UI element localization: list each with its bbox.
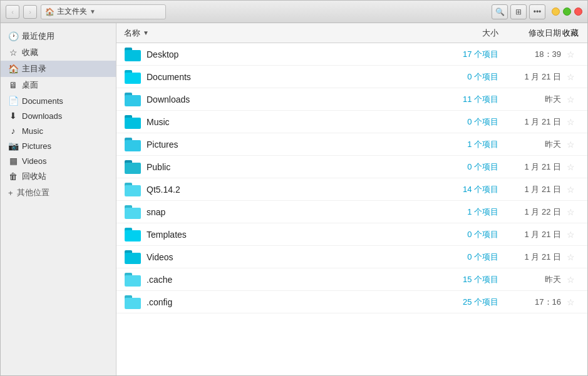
header-size[interactable]: 大小: [436, 28, 498, 39]
folder-icon-wrap: [124, 136, 142, 153]
folder-icon-wrap: [124, 293, 142, 311]
file-date: 18：39: [498, 49, 561, 60]
file-date: 1 月 21 日: [498, 184, 561, 195]
file-name: snap: [147, 207, 436, 217]
file-name: Templates: [147, 230, 436, 240]
file-date: 昨天: [498, 139, 561, 150]
favorite-button[interactable]: ☆: [561, 117, 580, 127]
folder-icon-wrap: [124, 248, 142, 266]
favorite-button[interactable]: ☆: [561, 297, 580, 307]
table-row[interactable]: Templates 0 个项目 1 月 21 日 ☆: [116, 223, 587, 246]
folder-icon: [125, 93, 141, 106]
sidebar-item-videos[interactable]: ▦ Videos: [1, 153, 116, 168]
table-row[interactable]: Documents 0 个项目 1 月 21 日 ☆: [116, 66, 587, 88]
sidebar-item-desktop-label: 桌面: [22, 79, 108, 91]
desktop-icon: 🖥: [8, 80, 18, 90]
sidebar-item-home[interactable]: 🏠 主目录: [1, 61, 116, 77]
sidebar-item-downloads[interactable]: ⬇ Downloads: [1, 108, 116, 123]
folder-icon-wrap: [124, 158, 142, 176]
table-row[interactable]: Pictures 1 个项目 昨天 ☆: [116, 133, 587, 156]
folder-icon: [125, 273, 141, 287]
file-name: Public: [147, 162, 436, 172]
sidebar-item-documents[interactable]: 📄 Documents: [1, 93, 116, 108]
breadcrumb[interactable]: 🏠 主文件夹 ▼: [41, 4, 166, 19]
home-icon: 🏠: [8, 64, 18, 74]
favorite-button[interactable]: ☆: [561, 275, 580, 285]
folder-icon: [125, 250, 141, 264]
table-row[interactable]: Downloads 11 个项目 昨天 ☆: [116, 88, 587, 111]
minimize-button[interactable]: [552, 8, 560, 16]
table-row[interactable]: snap 1 个项目 1 月 22 日 ☆: [116, 201, 587, 223]
sidebar-item-music[interactable]: ♪ Music: [1, 123, 116, 138]
favorite-button[interactable]: ☆: [561, 140, 580, 150]
favorite-button[interactable]: ☆: [561, 94, 580, 104]
view-toggle-button[interactable]: ⊞: [510, 4, 527, 19]
folder-icon: [125, 183, 141, 196]
file-name: .cache: [147, 275, 436, 285]
videos-icon: ▦: [8, 156, 18, 166]
favorite-button[interactable]: ☆: [561, 49, 580, 59]
favorite-button[interactable]: ☆: [561, 207, 580, 217]
chevron-down-icon: ▼: [90, 8, 96, 15]
table-row[interactable]: .config 25 个项目 17：16 ☆: [116, 291, 587, 313]
table-row[interactable]: Qt5.14.2 14 个项目 1 月 21 日 ☆: [116, 178, 587, 201]
sidebar-item-downloads-label: Downloads: [22, 111, 108, 121]
sidebar-item-videos-label: Videos: [22, 156, 108, 166]
file-name: Music: [147, 117, 436, 127]
sidebar-add-label: 其他位置: [17, 187, 49, 198]
back-button[interactable]: ‹: [6, 5, 19, 19]
file-size: 0 个项目: [436, 161, 498, 173]
file-size: 15 个项目: [436, 274, 498, 285]
favorite-button[interactable]: ☆: [561, 72, 580, 82]
header-name[interactable]: 名称 ▼: [124, 28, 436, 39]
table-row[interactable]: Videos 0 个项目 1 月 21 日 ☆: [116, 246, 587, 268]
forward-button[interactable]: ›: [23, 5, 37, 19]
folder-icon-wrap: [124, 113, 142, 131]
file-size: 17 个项目: [436, 49, 498, 60]
window-controls: [552, 8, 582, 16]
sidebar-item-trash[interactable]: 🗑 回收站: [1, 168, 116, 185]
more-options-button[interactable]: •••: [529, 4, 545, 19]
home-icon: 🏠: [45, 8, 54, 16]
folder-icon: [125, 228, 141, 241]
sidebar-item-recent[interactable]: 🕐 最近使用: [1, 28, 116, 44]
favorite-button[interactable]: ☆: [561, 252, 580, 262]
file-name: .config: [147, 297, 436, 307]
folder-icon-wrap: [124, 203, 142, 221]
search-button[interactable]: 🔍: [492, 4, 508, 19]
file-name: Downloads: [147, 94, 436, 104]
folder-icon: [125, 48, 141, 61]
close-button[interactable]: [574, 8, 582, 16]
file-size: 0 个项目: [436, 252, 498, 263]
sidebar-item-pictures[interactable]: 📷 Pictures: [1, 138, 116, 153]
sidebar-item-favorites[interactable]: ☆ 收藏: [1, 44, 116, 61]
folder-icon: [125, 138, 141, 151]
maximize-button[interactable]: [563, 8, 571, 16]
header-fav: 收藏: [561, 28, 580, 39]
sidebar-add-location[interactable]: + 其他位置: [1, 185, 116, 201]
folder-icon-wrap: [124, 271, 142, 288]
sidebar-item-recent-label: 最近使用: [22, 31, 108, 42]
file-date: 昨天: [498, 94, 561, 105]
file-size: 11 个项目: [436, 94, 498, 105]
pictures-icon: 📷: [8, 141, 18, 151]
table-row[interactable]: .cache 15 个项目 昨天 ☆: [116, 268, 587, 291]
file-date: 1 月 21 日: [498, 161, 561, 173]
table-row[interactable]: Desktop 17 个项目 18：39 ☆: [116, 43, 587, 66]
sidebar-item-desktop[interactable]: 🖥 桌面: [1, 77, 116, 93]
favorite-button[interactable]: ☆: [561, 185, 580, 195]
header-date[interactable]: 修改日期: [498, 28, 561, 39]
table-row[interactable]: Public 0 个项目 1 月 21 日 ☆: [116, 156, 587, 178]
file-size: 1 个项目: [436, 206, 498, 218]
file-name: Qt5.14.2: [147, 185, 436, 195]
table-row[interactable]: Music 0 个项目 1 月 21 日 ☆: [116, 111, 587, 133]
file-date: 1 月 21 日: [498, 116, 561, 128]
favorite-button[interactable]: ☆: [561, 230, 580, 240]
downloads-icon: ⬇: [8, 111, 18, 121]
add-icon: +: [8, 188, 13, 198]
folder-icon: [125, 115, 141, 129]
favorite-button[interactable]: ☆: [561, 162, 580, 172]
breadcrumb-label: 主文件夹: [57, 6, 87, 17]
file-date: 1 月 22 日: [498, 206, 561, 218]
file-date: 17：16: [498, 297, 561, 308]
